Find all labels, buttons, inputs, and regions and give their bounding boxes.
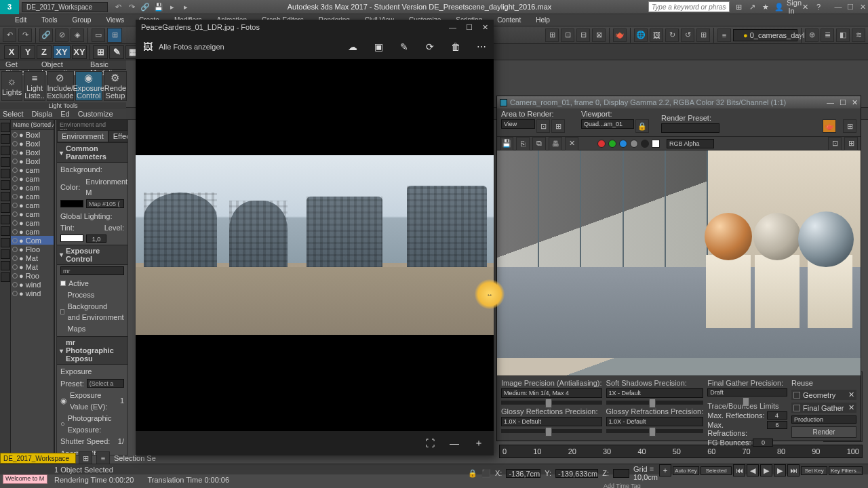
explorer-item[interactable]: ● cam bbox=[11, 218, 54, 227]
rwtb-a[interactable]: ⊡ bbox=[828, 137, 842, 150]
channel-combo[interactable]: RGB Alpha bbox=[667, 139, 714, 148]
mt-1[interactable] bbox=[1, 123, 10, 132]
tool-rect[interactable]: ▭ bbox=[92, 28, 105, 42]
ribbon-tab-1[interactable]: Get Started bbox=[0, 60, 36, 69]
slideshow-icon[interactable]: ▣ bbox=[373, 41, 384, 52]
bg-color-swatch[interactable] bbox=[60, 200, 83, 207]
maxrefl-spin[interactable]: 4 bbox=[767, 411, 787, 420]
process-checkbox[interactable] bbox=[60, 309, 64, 314]
menu-help[interactable]: Help bbox=[529, 16, 557, 24]
workspace-selector[interactable]: DE_2017_Workspace bbox=[22, 2, 108, 12]
add-time-tag[interactable]: Add Time Tag bbox=[604, 483, 641, 488]
mt-6[interactable] bbox=[1, 180, 10, 190]
imgprec-slider[interactable] bbox=[501, 401, 602, 405]
delete-icon[interactable]: 🗑 bbox=[450, 41, 461, 52]
photo-canvas[interactable] bbox=[136, 59, 494, 431]
explorer-item[interactable]: ● wind bbox=[11, 280, 54, 289]
menu-views[interactable]: Views bbox=[99, 16, 131, 24]
tint-swatch[interactable] bbox=[60, 235, 83, 242]
tool-render[interactable]: 🫖 bbox=[613, 28, 627, 42]
onedrive-icon[interactable]: ☁ bbox=[347, 41, 358, 52]
mt-5[interactable] bbox=[1, 169, 10, 178]
rollout-common[interactable]: ▾ Common Parameters bbox=[57, 142, 127, 163]
search-input[interactable] bbox=[648, 1, 730, 12]
menu-edit[interactable]: Edit bbox=[8, 16, 33, 24]
star-icon[interactable]: ★ bbox=[761, 3, 770, 12]
explorer-item[interactable]: ● cam bbox=[11, 192, 54, 201]
mt-10[interactable] bbox=[1, 226, 10, 236]
tool-img-icon[interactable]: 🖼 bbox=[650, 28, 663, 42]
workspace-button[interactable]: DE_2017_Workspace bbox=[0, 453, 76, 464]
tool-link[interactable]: 🔗 bbox=[39, 28, 53, 42]
sel-b2[interactable]: ≡ bbox=[96, 451, 110, 465]
gallery-icon[interactable]: 🖼 bbox=[142, 41, 153, 52]
explorer-item[interactable]: ● Mat bbox=[11, 253, 54, 262]
explorer-item[interactable]: ● Floo bbox=[11, 245, 54, 253]
mt-9[interactable] bbox=[1, 215, 10, 224]
mt-14[interactable] bbox=[1, 272, 10, 282]
explorer-item[interactable]: ● cam bbox=[11, 174, 54, 183]
link-icon[interactable]: 🔗 bbox=[140, 2, 150, 12]
tool-a[interactable]: ⊞ bbox=[545, 28, 559, 42]
redo-icon[interactable]: ↷ bbox=[127, 2, 136, 12]
snap-2[interactable]: ✎ bbox=[109, 45, 124, 59]
explorer-item[interactable]: ● Boxl bbox=[11, 148, 54, 157]
tool-bind[interactable]: ◈ bbox=[71, 28, 84, 42]
menu-tools[interactable]: Tools bbox=[35, 16, 64, 24]
zoom-out-icon[interactable]: — bbox=[449, 438, 460, 449]
axis-y[interactable]: Y bbox=[20, 45, 35, 59]
explorer-item[interactable]: ● Roo bbox=[11, 271, 54, 280]
zoom-in-icon[interactable]: ＋ bbox=[473, 438, 484, 449]
geom-lock[interactable] bbox=[793, 392, 800, 399]
y-field[interactable]: -139,633cm bbox=[555, 469, 598, 478]
snap-1[interactable]: ⊞ bbox=[93, 45, 108, 59]
chan-g[interactable] bbox=[608, 140, 616, 148]
rwtb-print[interactable]: 🖶 bbox=[549, 137, 562, 150]
save-icon[interactable]: 💾 bbox=[154, 2, 163, 12]
menu-group[interactable]: Group bbox=[66, 16, 98, 24]
undo-icon[interactable]: ↶ bbox=[113, 2, 123, 12]
envmap-button[interactable]: Map #105 ( bbox=[86, 199, 124, 208]
glossy-slider[interactable] bbox=[501, 429, 602, 433]
rw-close-icon[interactable]: ✕ bbox=[852, 98, 858, 107]
soft-slider[interactable] bbox=[606, 401, 704, 405]
mt-2[interactable] bbox=[1, 134, 10, 144]
next-frame-icon[interactable]: ▶ bbox=[774, 464, 786, 476]
tab-customize[interactable]: Customize bbox=[78, 110, 113, 118]
render-view[interactable] bbox=[497, 150, 861, 375]
mt-8[interactable] bbox=[1, 203, 10, 213]
explorer-item[interactable]: ● cam bbox=[11, 209, 54, 218]
rollout-mrphoto[interactable]: ▾ mr Photographic Exposu bbox=[57, 336, 127, 365]
explorer-item[interactable]: ● cam bbox=[11, 183, 54, 192]
rollout-tab-fx[interactable]: Effects bbox=[108, 130, 128, 142]
ribbon-tab-2[interactable]: Object Inspection bbox=[36, 60, 85, 69]
tool-undo[interactable]: ↷ bbox=[18, 28, 32, 42]
arrow-icon[interactable]: ↗ bbox=[747, 3, 757, 12]
tool-n2[interactable]: ↺ bbox=[681, 28, 694, 42]
pv-minimize-icon[interactable]: — bbox=[449, 23, 456, 32]
ribbon-tab-3[interactable]: Basic Modelin bbox=[85, 60, 126, 69]
rwtb-clone[interactable]: ⧉ bbox=[532, 137, 546, 150]
misc-icon[interactable]: ▸ bbox=[167, 2, 177, 12]
layer-combo[interactable]: ●0_cameras_daylight bbox=[733, 29, 797, 41]
edit-icon[interactable]: ✎ bbox=[399, 41, 410, 52]
tool-n3[interactable]: ⊞ bbox=[696, 28, 710, 42]
keyfilters-button[interactable]: Key Filters... bbox=[829, 466, 863, 475]
misc2-icon[interactable]: ▸ bbox=[181, 2, 191, 12]
maxrefr-spin[interactable]: 6 bbox=[767, 421, 787, 429]
area-b2[interactable]: ⊞ bbox=[551, 119, 565, 133]
chan-w[interactable] bbox=[652, 140, 660, 148]
pv-close-icon[interactable]: ✕ bbox=[482, 23, 488, 32]
explorer-item[interactable]: ● Boxl bbox=[11, 130, 54, 139]
explorer-header[interactable]: Name (Sorted A bbox=[11, 120, 54, 130]
chan-m[interactable] bbox=[641, 140, 649, 148]
rotate-icon[interactable]: ⟳ bbox=[425, 41, 435, 52]
explorer-item[interactable]: ● Boxl bbox=[11, 139, 54, 148]
lock-icon[interactable]: 🔒 bbox=[635, 119, 649, 133]
close-icon[interactable]: ✕ bbox=[857, 3, 868, 12]
tab-select[interactable]: Select bbox=[3, 110, 24, 118]
shutter-value[interactable]: 1/ bbox=[118, 436, 124, 447]
fgb-spin[interactable]: 0 bbox=[753, 439, 773, 447]
autokey-button[interactable]: Auto Key bbox=[673, 466, 699, 475]
tab-ed[interactable]: Ed bbox=[60, 110, 69, 118]
